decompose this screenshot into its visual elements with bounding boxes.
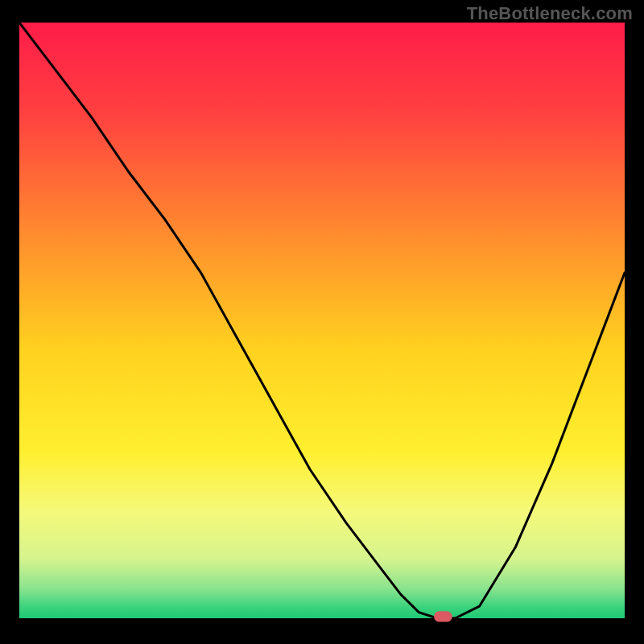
- chart-svg: [0, 0, 644, 644]
- chart-container: TheBottleneck.com: [0, 0, 644, 644]
- minimum-marker: [434, 611, 452, 621]
- marker-group: [434, 611, 452, 621]
- plot-background: [19, 23, 625, 618]
